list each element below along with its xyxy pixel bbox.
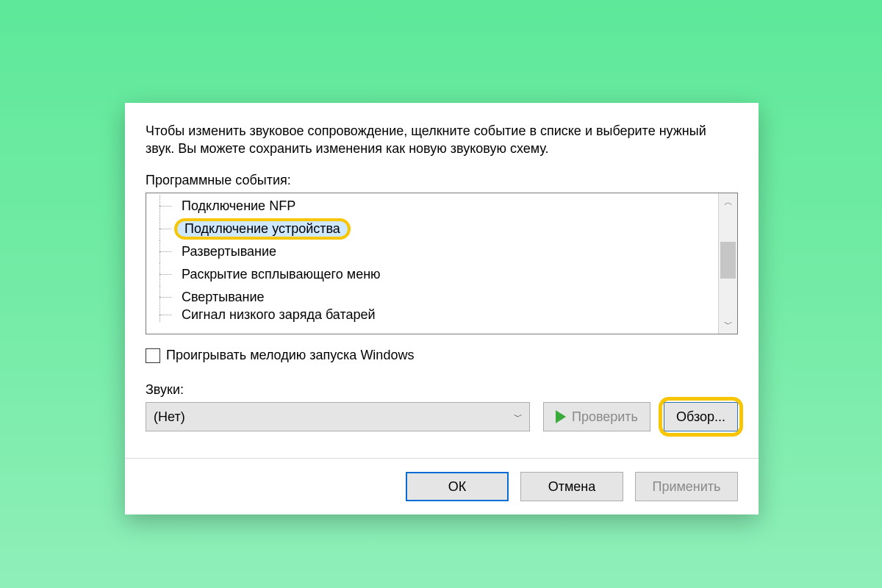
sounds-label: Звуки: <box>146 382 738 398</box>
play-icon <box>556 410 566 423</box>
chevron-up-icon: ︿ <box>724 196 733 209</box>
scroll-track[interactable] <box>719 212 737 315</box>
browse-button[interactable]: Обзор... <box>664 402 738 431</box>
event-label: Подключение NFP <box>176 197 301 215</box>
combo-value: (Нет) <box>154 409 185 425</box>
checkbox-icon[interactable] <box>146 348 160 363</box>
list-item[interactable]: Свертывание <box>146 286 718 309</box>
ok-label: ОК <box>448 479 467 495</box>
sound-select-combobox[interactable]: (Нет) ﹀ <box>146 402 530 431</box>
event-label-selected: Подключение устройства <box>174 218 351 240</box>
test-sound-button[interactable]: Проверить <box>543 402 650 431</box>
tree-connector-icon <box>146 195 176 218</box>
cancel-button[interactable]: Отмена <box>520 472 623 501</box>
browse-button-label: Обзор... <box>676 409 725 425</box>
apply-label: Применить <box>652 479 720 495</box>
tree-connector-icon <box>146 240 176 263</box>
sound-settings-dialog: Чтобы изменить звуковое сопровождение, щ… <box>125 103 759 514</box>
list-item[interactable]: Подключение устройства <box>146 218 718 240</box>
list-item[interactable]: Раскрытие всплывающего меню <box>146 263 718 286</box>
program-events-listbox[interactable]: Подключение NFP Подключение устройства Р… <box>146 193 738 334</box>
instruction-text: Чтобы изменить звуковое сопровождение, щ… <box>146 122 738 158</box>
scroll-down-button[interactable]: ﹀ <box>719 315 737 334</box>
cancel-label: Отмена <box>548 479 596 495</box>
scrollbar-vertical[interactable]: ︿ ﹀ <box>718 193 737 334</box>
list-item[interactable]: Подключение NFP <box>146 195 718 218</box>
test-button-label: Проверить <box>572 409 638 425</box>
event-label: Свертывание <box>176 288 270 306</box>
event-label: Раскрытие всплывающего меню <box>176 265 387 284</box>
tree-connector-icon <box>146 218 176 240</box>
dialog-footer: ОК Отмена Применить <box>125 458 759 514</box>
startup-sound-checkbox-row[interactable]: Проигрывать мелодию запуска Windows <box>146 348 738 363</box>
program-events-label: Программные события: <box>146 173 738 188</box>
chevron-down-icon: ﹀ <box>724 318 733 331</box>
tree-connector-icon <box>146 286 176 309</box>
list-item[interactable]: Сигнал низкого заряда батарей <box>146 309 718 322</box>
checkbox-label: Проигрывать мелодию запуска Windows <box>166 348 414 363</box>
scroll-thumb[interactable] <box>720 242 736 279</box>
list-item[interactable]: Развертывание <box>146 240 718 263</box>
event-label: Развертывание <box>176 243 282 261</box>
ok-button[interactable]: ОК <box>406 472 509 501</box>
event-label: Сигнал низкого заряда батарей <box>176 309 381 322</box>
tree-connector-icon <box>146 309 176 322</box>
tree-connector-icon <box>146 263 176 286</box>
chevron-down-icon: ﹀ <box>507 403 529 431</box>
apply-button[interactable]: Применить <box>635 472 738 501</box>
events-tree[interactable]: Подключение NFP Подключение устройства Р… <box>146 193 718 334</box>
scroll-up-button[interactable]: ︿ <box>719 193 737 212</box>
